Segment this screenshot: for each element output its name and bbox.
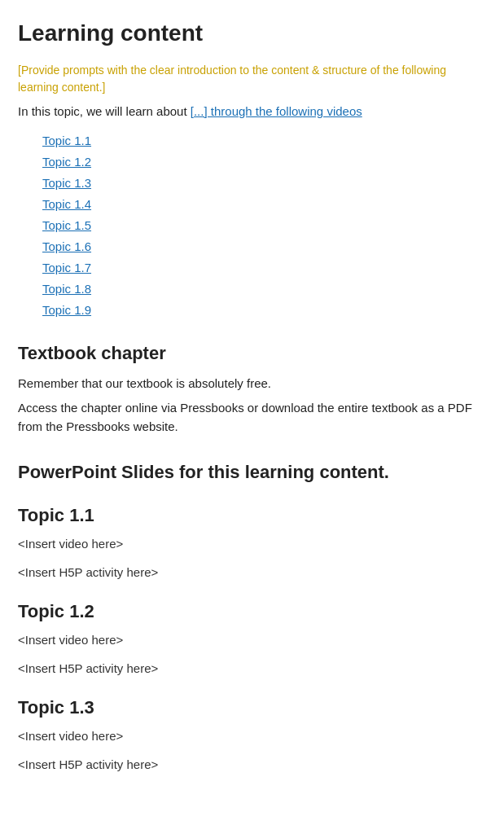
intro-text-before: In this topic, we will learn about — [18, 104, 187, 118]
topic-link-1-6[interactable]: Topic 1.6 — [42, 239, 91, 253]
video-placeholder-1-1: <Insert video here> — [18, 535, 486, 554]
topic-heading-1-1: Topic 1.1 — [18, 502, 486, 529]
textbook-section-title: Textbook chapter — [18, 340, 486, 367]
list-item: Topic 1.2 — [42, 152, 486, 172]
list-item: Topic 1.4 — [42, 195, 486, 214]
topics-list: Topic 1.1 Topic 1.2 Topic 1.3 Topic 1.4 … — [18, 131, 486, 320]
powerpoint-section-title: PowerPoint Slides for this learning cont… — [18, 459, 486, 485]
page-title: Learning content — [18, 16, 486, 50]
topic-link-1-3[interactable]: Topic 1.3 — [42, 176, 91, 190]
topic-heading-1-2: Topic 1.2 — [18, 598, 486, 625]
topic-section-1-2: Topic 1.2 <Insert video here> <Insert H5… — [18, 598, 486, 678]
topic-link-1-5[interactable]: Topic 1.5 — [42, 218, 91, 232]
video-placeholder-1-2: <Insert video here> — [18, 631, 486, 650]
topic-link-1-7[interactable]: Topic 1.7 — [42, 261, 91, 274]
list-item: Topic 1.9 — [42, 301, 486, 320]
video-placeholder-1-3: <Insert video here> — [18, 727, 486, 746]
intro-text: In this topic, we will learn about [...]… — [18, 103, 486, 121]
topic-link-1-1[interactable]: Topic 1.1 — [42, 134, 91, 147]
list-item: Topic 1.1 — [42, 131, 486, 151]
h5p-placeholder-1-2: <Insert H5P activity here> — [18, 660, 486, 678]
intro-prompt: [Provide prompts with the clear introduc… — [18, 62, 486, 96]
list-item: Topic 1.8 — [42, 279, 486, 299]
topic-heading-1-3: Topic 1.3 — [18, 694, 486, 721]
h5p-placeholder-1-3: <Insert H5P activity here> — [18, 756, 486, 775]
list-item: Topic 1.5 — [42, 216, 486, 235]
topic-link-1-8[interactable]: Topic 1.8 — [42, 282, 91, 296]
topic-link-1-9[interactable]: Topic 1.9 — [42, 303, 91, 317]
list-item: Topic 1.7 — [42, 258, 486, 278]
intro-link[interactable]: [...] through the following videos — [191, 104, 362, 118]
list-item: Topic 1.6 — [42, 237, 486, 257]
topic-link-1-4[interactable]: Topic 1.4 — [42, 197, 91, 211]
textbook-text2: Access the chapter online via Pressbooks… — [18, 399, 486, 436]
h5p-placeholder-1-1: <Insert H5P activity here> — [18, 564, 486, 582]
topic-section-1-1: Topic 1.1 <Insert video here> <Insert H5… — [18, 502, 486, 582]
textbook-text1: Remember that our textbook is absolutely… — [18, 375, 486, 393]
topic-section-1-3: Topic 1.3 <Insert video here> <Insert H5… — [18, 694, 486, 774]
list-item: Topic 1.3 — [42, 173, 486, 193]
topic-link-1-2[interactable]: Topic 1.2 — [42, 155, 91, 169]
